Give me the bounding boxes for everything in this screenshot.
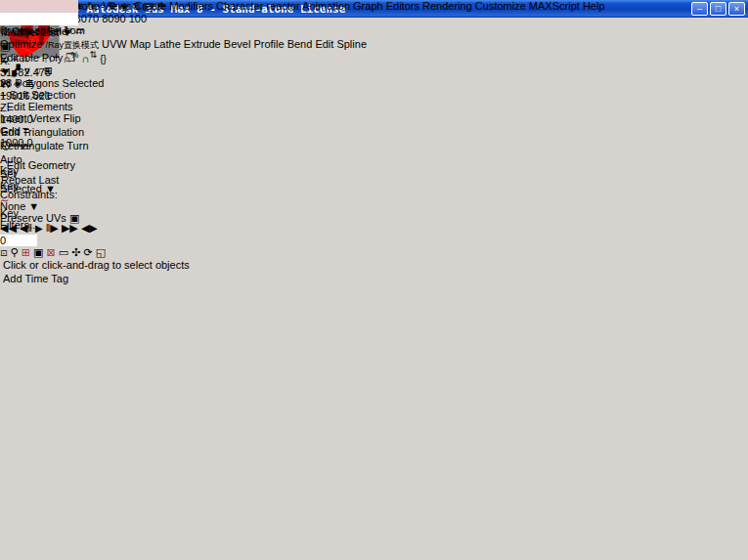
- y-label: Y:: [0, 78, 10, 90]
- x-coordinate-field[interactable]: 31482.475: [0, 66, 51, 78]
- selection-lock-panel: 1 Object Sele: [0, 25, 94, 40]
- zoom-icon[interactable]: ⚲: [11, 246, 19, 258]
- auto-key-button[interactable]: Auto Key: [0, 153, 36, 168]
- add-time-tag[interactable]: Add Time Tag: [0, 273, 80, 286]
- status-bar: 1 Object Sele ▣ X: 31482.475 Y: 19016.02…: [0, 0, 274, 286]
- next-frame-icon[interactable]: ‖▶: [46, 222, 59, 234]
- current-frame-field[interactable]: 0: [0, 235, 37, 246]
- zoom-extents-icon[interactable]: ▣: [33, 246, 43, 258]
- key-filters-button[interactable]: Key Filters...: [0, 207, 57, 222]
- key-mode-toggle-icon[interactable]: ◀▶: [81, 222, 98, 234]
- zoom-all-icon[interactable]: ⊞: [22, 246, 30, 258]
- menu-help[interactable]: Help: [583, 0, 605, 12]
- selection-count: 1 Object Sele: [3, 25, 67, 37]
- edit-spline-button: Edit Spline: [315, 38, 367, 50]
- key-mode-dropdown[interactable]: Selected ▼: [0, 183, 72, 194]
- play-icon[interactable]: ▶: [35, 223, 43, 234]
- arc-rotate-icon[interactable]: ⟳: [84, 246, 93, 258]
- y-coordinate-field[interactable]: 19016.021: [0, 90, 51, 102]
- min-max-toggle-icon[interactable]: ◱: [96, 246, 106, 258]
- previous-frame-icon[interactable]: ◀‖: [20, 222, 32, 234]
- chevron-down-icon[interactable]: ▼: [45, 183, 56, 194]
- maximize-button[interactable]: □: [710, 2, 726, 16]
- x-label: X:: [0, 55, 10, 66]
- menu-maxscript[interactable]: MAXScript: [529, 0, 580, 12]
- menu-customize[interactable]: Customize: [475, 0, 526, 12]
- menu-rendering[interactable]: Rendering: [422, 0, 472, 12]
- grid-size-display: Grid = 1000.0: [0, 125, 65, 140]
- z-coordinate-field[interactable]: 1400.0: [0, 113, 39, 125]
- go-to-end-icon[interactable]: ▶▶: [62, 222, 78, 234]
- default-tangent-icon[interactable]: ∼: [0, 194, 9, 206]
- zoom-extents-all-icon[interactable]: ⊠: [46, 246, 55, 258]
- absolute-mode-icon[interactable]: ▣: [0, 40, 14, 55]
- bend-button[interactable]: Bend: [287, 38, 313, 50]
- z-label: Z:: [0, 102, 10, 113]
- field-of-view-icon[interactable]: ▭: [59, 246, 68, 258]
- time-configuration-icon[interactable]: ⊡: [0, 248, 8, 258]
- minimize-button[interactable]: –: [691, 2, 708, 16]
- macro-recorder-field[interactable]: [0, 0, 78, 13]
- set-keys-key-icon[interactable]: [0, 140, 35, 153]
- close-button[interactable]: ×: [728, 2, 745, 16]
- prompt-line: Click or click-and-drag to select object…: [0, 259, 274, 273]
- go-to-start-icon[interactable]: ◀◀: [0, 222, 17, 234]
- pan-icon[interactable]: ✣: [71, 246, 80, 258]
- mini-listener-field[interactable]: [0, 13, 78, 25]
